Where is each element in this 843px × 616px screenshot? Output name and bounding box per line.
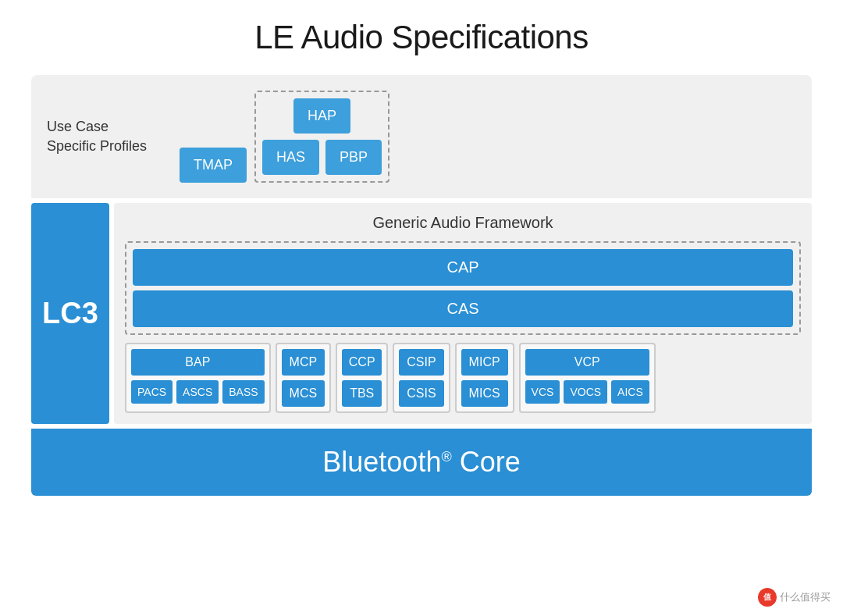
pacs-item: PACS <box>131 380 173 404</box>
bass-item: BASS <box>222 380 264 404</box>
profiles-area: TMAP HAP HAS PBP <box>180 91 389 183</box>
main-container: Use CaseSpecific Profiles TMAP HAP HAS P… <box>31 75 812 496</box>
cap-bar: CAP <box>133 249 793 286</box>
lc3-box: LC3 <box>31 203 109 424</box>
use-case-section: Use CaseSpecific Profiles TMAP HAP HAS P… <box>31 75 812 198</box>
use-case-label: Use CaseSpecific Profiles <box>47 117 156 156</box>
micp-sub-row: MICS <box>461 380 508 407</box>
bap-sub-row: PACS ASCS BASS <box>131 380 265 404</box>
watermark-text: 什么值得买 <box>780 590 831 604</box>
mcs-item: MCS <box>282 380 325 407</box>
ccp-header: CCP <box>342 349 382 376</box>
has-box: HAS <box>262 140 319 175</box>
vcp-group: VCP VCS VOCS AICS <box>519 343 656 413</box>
bluetooth-core-section: Bluetooth® Core <box>31 429 812 496</box>
aics-item: AICS <box>611 380 649 404</box>
hap-group: HAP HAS PBP <box>254 91 389 183</box>
trademark: ® <box>441 449 451 465</box>
vocs-item: VOCS <box>564 380 607 404</box>
hap-box: HAP <box>293 98 350 134</box>
page-title: LE Audio Specifications <box>254 19 588 56</box>
vcs-item: VCS <box>525 380 560 404</box>
mcp-header: MCP <box>282 349 325 376</box>
cas-bar: CAS <box>133 290 793 327</box>
tbs-item: TBS <box>342 380 382 407</box>
dashed-container: CAP CAS <box>125 241 801 335</box>
mcp-group: MCP MCS <box>276 343 332 413</box>
ccp-group: CCP TBS <box>336 343 388 413</box>
mics-item: MICS <box>461 380 508 407</box>
watermark: 值 什么值得买 <box>758 588 831 607</box>
vcp-sub-row: VCS VOCS AICS <box>525 380 649 404</box>
watermark-logo: 值 <box>758 588 777 607</box>
ascs-item: ASCS <box>176 380 219 404</box>
mcp-sub-row: MCS <box>282 380 325 407</box>
protocols-row: BAP PACS ASCS BASS MCP MCS CCP <box>125 343 801 413</box>
csip-sub-row: CSIS <box>399 380 443 407</box>
bluetooth-label: Bluetooth® Core <box>322 446 520 478</box>
bap-group: BAP PACS ASCS BASS <box>125 343 271 413</box>
framework-title: Generic Audio Framework <box>125 214 801 232</box>
micp-header: MICP <box>461 349 508 376</box>
framework-container: Generic Audio Framework CAP CAS BAP PACS… <box>114 203 812 424</box>
pbp-box: PBP <box>325 140 382 175</box>
micp-group: MICP MICS <box>455 343 514 413</box>
has-pbp-row: HAS PBP <box>262 140 382 175</box>
tmap-box: TMAP <box>180 148 247 183</box>
ccp-sub-row: TBS <box>342 380 382 407</box>
csis-item: CSIS <box>399 380 443 407</box>
csip-group: CSIP CSIS <box>393 343 450 413</box>
csip-header: CSIP <box>399 349 443 376</box>
vcp-header: VCP <box>525 349 649 376</box>
bap-header: BAP <box>131 349 265 376</box>
middle-section: LC3 Generic Audio Framework CAP CAS BAP … <box>31 203 812 424</box>
